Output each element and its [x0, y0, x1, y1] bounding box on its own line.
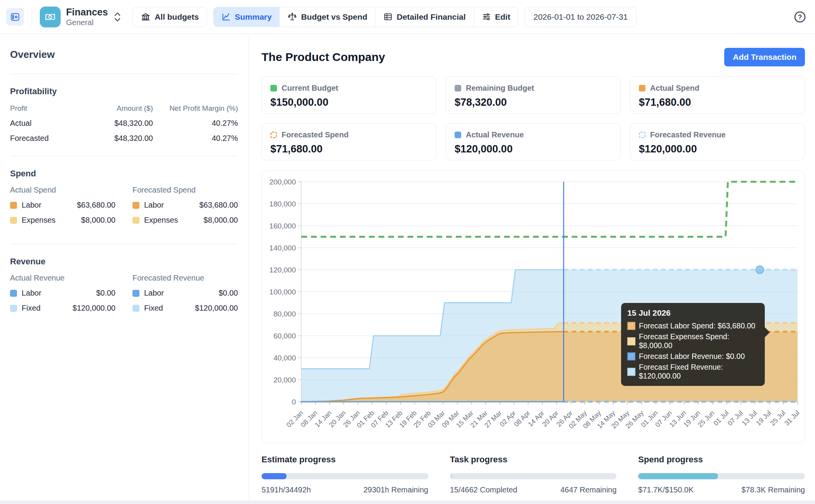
legend-label: Expenses	[144, 216, 178, 225]
expenses-swatch	[132, 217, 139, 224]
card-value: $150,000.00	[270, 96, 428, 108]
tab-edit-label: Edit	[495, 12, 511, 22]
tab-summary[interactable]: Summary	[214, 7, 280, 27]
task-progress: Task progress 15/4662 Completed 4647 Rem…	[450, 455, 617, 494]
progress-left-label: $71.7K/$150.0K	[638, 485, 693, 494]
view-tabs: Summary Budget vs Spend Detailed Fi	[213, 7, 518, 27]
actual-revenue-column: Actual Revenue Labor $0.00 Fixed $120,00…	[10, 274, 115, 319]
table-cell: $48,320.00	[68, 119, 153, 128]
legend-item: Fixed $120,000.00	[10, 304, 115, 313]
revenue-columns: Actual Revenue Labor $0.00 Fixed $120,00…	[10, 274, 238, 319]
spend-heading: Spend	[10, 169, 238, 179]
app-title: Finances	[66, 7, 108, 18]
legend-label: Labor	[22, 289, 41, 298]
labor-swatch	[132, 202, 139, 209]
legend-item: Labor $63,680.00	[132, 201, 238, 210]
fixed-revenue-swatch	[627, 368, 635, 376]
spend-columns: Actual Spend Labor $63,680.00 Expenses $…	[10, 186, 238, 231]
tooltip-label: Forecast Fixed Revenue: $120,000.00	[639, 363, 758, 381]
progress-title: Estimate progress	[261, 455, 428, 465]
svg-text:180,000: 180,000	[269, 200, 296, 208]
sliders-icon	[482, 12, 491, 22]
fixed-revenue-swatch	[10, 305, 17, 312]
main-panel: The Product Company Add Transaction Curr…	[249, 34, 815, 501]
banknote-icon	[44, 11, 56, 23]
progress-right-label: 4647 Remaining	[560, 485, 617, 494]
date-range-button[interactable]: 2026-01-01 to 2026-07-31	[525, 7, 637, 27]
tab-budget-vs-spend[interactable]: Budget vs Spend	[279, 7, 375, 27]
table-row-label: Forecasted	[10, 134, 68, 143]
estimate-progress-bar	[261, 473, 428, 479]
legend-label: Labor	[144, 289, 164, 298]
tab-edit[interactable]: Edit	[474, 7, 518, 27]
progress-title: Spend progress	[638, 455, 805, 465]
card-label: Remaining Budget	[466, 84, 534, 93]
expenses-swatch	[10, 217, 17, 224]
forecasted-revenue-card: Forecasted Revenue $120,000.00	[630, 123, 805, 161]
legend-item: Fixed $120,000.00	[132, 304, 238, 313]
labor-revenue-swatch	[10, 290, 17, 297]
svg-text:80,000: 80,000	[273, 310, 296, 318]
legend-value: $120,000.00	[73, 304, 115, 313]
legend-item: Expenses $8,000.00	[10, 216, 115, 225]
stat-cards: Current Budget $150,000.00 Remaining Bud…	[261, 76, 805, 161]
forecasted-spend-card: Forecasted Spend $71,680.00	[261, 123, 436, 161]
workspace-switcher[interactable]: Finances General	[40, 7, 122, 27]
svg-text:120,000: 120,000	[269, 266, 296, 274]
current-budget-swatch	[270, 85, 277, 91]
profitability-heading: Profitability	[10, 86, 238, 96]
estimate-progress: Estimate progress 5191h/34492h 29301h Re…	[261, 455, 428, 494]
chevron-updown-icon[interactable]	[113, 11, 122, 23]
svg-text:60,000: 60,000	[273, 332, 296, 340]
remaining-budget-card: Remaining Budget $78,320.00	[446, 76, 621, 114]
progress-left-label: 15/4662 Completed	[450, 485, 518, 494]
svg-text:13 Jul: 13 Jul	[740, 409, 759, 427]
card-value: $120,000.00	[455, 143, 612, 155]
progress-right-label: 29301h Remaining	[363, 485, 428, 494]
main-header: The Product Company Add Transaction	[261, 48, 805, 66]
summary-chart-icon	[221, 12, 231, 22]
topbar-divider	[32, 7, 32, 27]
help-icon: ?	[793, 10, 807, 24]
svg-text:25 Jul: 25 Jul	[769, 409, 787, 427]
svg-text:200,000: 200,000	[269, 178, 296, 186]
sidebar-divider	[10, 156, 238, 156]
tooltip-date: 15 Jul 2026	[627, 308, 758, 318]
tooltip-label: Forecast Labor Revenue: $0.00	[639, 352, 745, 361]
help-button[interactable]: ?	[793, 10, 807, 24]
svg-text:100,000: 100,000	[269, 288, 296, 296]
legend-item: Labor $0.00	[132, 289, 238, 298]
finances-app-icon	[40, 7, 61, 27]
column-title: Actual Spend	[10, 186, 115, 194]
svg-text:01 Jul: 01 Jul	[712, 409, 730, 427]
help-question-glyph: ?	[798, 14, 802, 21]
budget-chart-card: 020,00040,00060,00080,000100,000120,0001…	[261, 171, 805, 443]
svg-text:07 Jul: 07 Jul	[726, 409, 744, 427]
profitability-table: Profit Amount ($) Net Profit Margin (%) …	[10, 104, 238, 143]
sidebar-title: Overview	[10, 49, 238, 61]
tooltip-row: Forecast Fixed Revenue: $120,000.00	[627, 363, 758, 381]
card-label: Forecasted Revenue	[650, 130, 726, 139]
actual-revenue-card: Actual Revenue $120,000.00	[446, 123, 621, 161]
card-value: $120,000.00	[639, 143, 796, 155]
table-cell: 40.27%	[153, 134, 238, 143]
tab-detailed-financial-label: Detailed Financial	[397, 12, 466, 22]
spend-progress: Spend progress $71.7K/$150.0K $78.3K Rem…	[638, 455, 805, 494]
legend-label: Labor	[22, 201, 41, 210]
legend-value: $8,000.00	[81, 216, 115, 225]
sidebar-divider	[10, 74, 238, 74]
sidebar-collapse-button[interactable]	[6, 8, 24, 26]
column-header: Profit	[10, 104, 68, 113]
table-icon	[383, 12, 393, 22]
column-title: Actual Revenue	[10, 274, 115, 282]
topbar: Finances General All budgets	[0, 0, 815, 34]
labor-spend-swatch	[627, 322, 635, 330]
svg-text:0: 0	[292, 398, 296, 406]
add-transaction-button[interactable]: Add Transaction	[724, 48, 805, 66]
svg-text:20,000: 20,000	[273, 376, 296, 384]
page-title: The Product Company	[261, 51, 385, 64]
spend-progress-bar	[638, 473, 805, 479]
legend-label: Fixed	[144, 304, 163, 313]
all-budgets-button[interactable]: All budgets	[132, 7, 207, 27]
tab-detailed-financial[interactable]: Detailed Financial	[375, 7, 474, 27]
